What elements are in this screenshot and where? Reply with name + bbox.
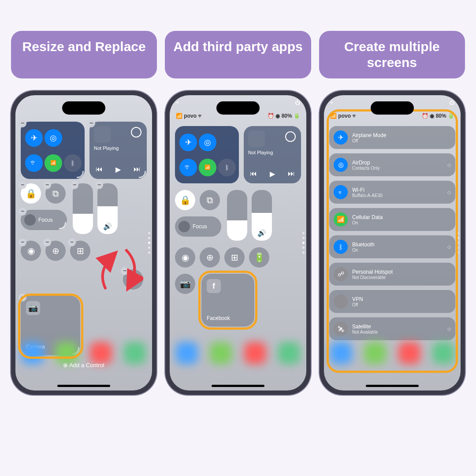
screen-record-button[interactable]: −◉ <box>21 241 41 261</box>
swap-arrows-icon <box>95 241 143 302</box>
label-screens: Create multiple screens <box>319 31 465 78</box>
connectivity-widget[interactable]: − ✈ ◎ ᯤ 📶 ᛒ <box>21 122 85 179</box>
home-indicator[interactable] <box>57 385 110 387</box>
add-icon[interactable]: + <box>330 100 333 106</box>
phone-3: +⏻ 📶 povo ᯤ ⏰ ◉ 80% 🔋 ✈Airplane ModeOff◎… <box>320 91 465 395</box>
focus-button[interactable]: Focus <box>175 216 221 237</box>
highlight-box <box>198 271 257 330</box>
remove-icon[interactable]: − <box>87 119 95 127</box>
volume-slider[interactable]: −🔊 <box>97 183 118 234</box>
next-icon[interactable]: ⏭ <box>288 170 295 178</box>
bluetooth-icon[interactable]: ᛒ <box>64 154 82 172</box>
label-thirdparty: Add third party apps <box>165 31 311 78</box>
resize-handle-icon[interactable] <box>139 171 146 178</box>
airplane-icon[interactable]: ✈ <box>25 129 43 147</box>
prev-icon[interactable]: ⏮ <box>96 165 103 174</box>
brightness-slider[interactable]: −☀ <box>73 183 93 234</box>
play-icon[interactable]: ▶ <box>115 165 121 174</box>
bluetooth-icon[interactable]: ᛒ <box>218 159 236 176</box>
prev-icon[interactable]: ⏮ <box>250 170 257 178</box>
power-icon[interactable]: ⏻ <box>295 100 300 106</box>
low-power-button[interactable]: 🔋 <box>249 247 269 268</box>
cellular-icon[interactable]: 📶 <box>199 159 216 176</box>
highlight-box <box>327 109 458 373</box>
home-indicator[interactable] <box>212 385 264 387</box>
airdrop-icon[interactable]: ◎ <box>199 134 216 151</box>
airplay-icon[interactable] <box>285 131 296 142</box>
remove-icon[interactable]: − <box>19 119 26 127</box>
screen-mirror-button[interactable]: ⧉ <box>200 190 220 210</box>
dynamic-island <box>371 101 414 115</box>
media-title: Not Playing <box>94 145 142 151</box>
media-widget[interactable]: Not Playing ⏮▶⏭ <box>244 126 301 183</box>
camera-button[interactable]: 📷 <box>175 274 195 294</box>
airplay-icon[interactable] <box>131 127 141 138</box>
media-widget[interactable]: − Not Playing ⏮ ▶ ⏭ <box>89 122 147 179</box>
add-control-button[interactable]: ⊕ Add a Control <box>15 362 152 368</box>
phone-2: + ⏻ 📶 povo ᯤ ⏰ ◉ 80% 🔋 ✈ ◎ ᯤ 📶 ᛒ Not Pla… <box>165 91 311 395</box>
rotation-lock-button[interactable]: −🔒 <box>21 183 41 204</box>
wifi-icon[interactable]: ᯤ <box>179 159 197 176</box>
rotation-lock-button[interactable]: 🔒 <box>175 190 195 210</box>
screen-record-button[interactable]: ◉ <box>175 247 195 268</box>
focus-button[interactable]: − Focus <box>21 210 67 230</box>
magnifier-button[interactable]: −⊕ <box>45 241 66 261</box>
connectivity-widget[interactable]: ✈ ◎ ᯤ 📶 ᛒ <box>175 126 239 183</box>
airplane-icon[interactable]: ✈ <box>179 134 197 151</box>
calculator-button[interactable]: ⊞ <box>224 247 245 268</box>
add-icon[interactable]: + <box>176 100 179 106</box>
album-art <box>94 126 111 143</box>
wifi-icon[interactable]: ᯤ <box>25 154 43 172</box>
magnifier-button[interactable]: ⊕ <box>200 247 220 268</box>
airdrop-icon[interactable]: ◎ <box>45 129 62 147</box>
brightness-slider[interactable]: ☀ <box>227 190 247 241</box>
highlight-box <box>18 294 83 359</box>
resize-handle-icon[interactable] <box>77 171 84 178</box>
home-indicator[interactable] <box>366 385 419 387</box>
page-dots[interactable] <box>302 232 305 254</box>
volume-slider[interactable]: 🔊 <box>252 190 272 241</box>
label-resize: Resize and Replace <box>11 31 157 78</box>
power-icon[interactable]: ⏻ <box>449 100 454 106</box>
moon-icon <box>24 214 36 226</box>
dynamic-island <box>216 101 260 115</box>
play-icon[interactable]: ▶ <box>270 170 275 178</box>
dynamic-island <box>62 101 105 115</box>
screen-mirror-button[interactable]: −⧉ <box>45 183 66 204</box>
calculator-button[interactable]: −⊞ <box>70 241 90 261</box>
cellular-icon[interactable]: 📶 <box>45 154 62 172</box>
phone-1: − ✈ ◎ ᯤ 📶 ᛒ − Not Playing ⏮ ▶ ⏭ −🔒 −⧉ <box>11 91 156 395</box>
page-dots[interactable] <box>148 232 150 254</box>
